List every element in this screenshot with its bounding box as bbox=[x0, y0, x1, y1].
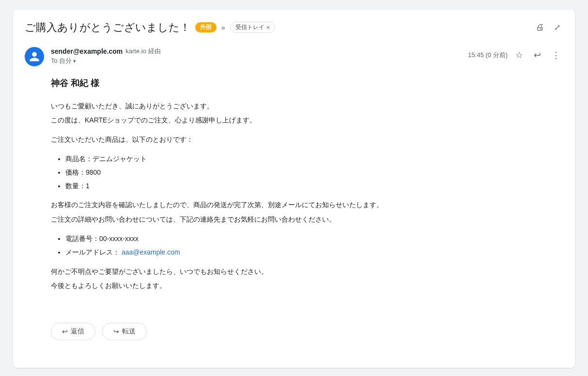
body-line2: この度は、KARTEショップでのご注文、心より感謝申し上げます。 bbox=[51, 115, 563, 126]
star-icon: ☆ bbox=[515, 50, 523, 60]
order-intro: ご注文いただいた商品は、以下のとおりです： bbox=[51, 134, 563, 146]
intro-section: いつもご愛顧いただき、誠にありがとうございます。 この度は、KARTEショップで… bbox=[51, 101, 563, 127]
chevron-right-icon: » bbox=[221, 24, 225, 31]
item-quantity: 数量：1 bbox=[65, 180, 563, 192]
reply-button[interactable]: ↩ 返信 bbox=[51, 323, 95, 340]
body-line6: 何かご不明点やご要望がございましたら、いつでもお知らせください。 bbox=[51, 266, 563, 278]
external-link-button[interactable]: ⤢ bbox=[551, 20, 563, 35]
body-line1: いつもご愛顧いただき、誠にありがとうございます。 bbox=[51, 101, 563, 112]
more-icon: ⋮ bbox=[552, 50, 560, 60]
body-line4: お客様のご注文内容を確認いたしましたので、商品の発送が完了次第、別途メールにてお… bbox=[51, 199, 563, 211]
body-line3: ご注文いただいた商品は、以下のとおりです： bbox=[51, 134, 563, 146]
contact-email-link[interactable]: aaa@example.com bbox=[122, 248, 180, 256]
body-line7: 今後ともよろしくお願いいたします。 bbox=[51, 280, 563, 292]
sender-row: sender@example.com karte.io 経由 To 自分 ▾ 1… bbox=[13, 41, 575, 72]
reply-icon-header: ↩ bbox=[534, 50, 541, 60]
email-body: 神谷 和紀 様 いつもご愛顧いただき、誠にありがとうございます。 この度は、KA… bbox=[13, 72, 575, 303]
forward-button[interactable]: ↪ 転送 bbox=[102, 323, 147, 340]
badge-external: 外部 bbox=[195, 22, 217, 32]
avatar bbox=[25, 47, 44, 66]
closing-section: 何かご不明点やご要望がございましたら、いつでもお知らせください。 今後ともよろし… bbox=[51, 266, 563, 292]
sender-to[interactable]: To 自分 ▾ bbox=[51, 57, 461, 65]
subject-row: ご購入ありがとうございました！ 外部 » 受信トレイ × bbox=[25, 20, 275, 35]
header-actions: 🖨 ⤢ bbox=[533, 19, 563, 35]
email-footer: ↩ 返信 ↪ 転送 bbox=[13, 303, 575, 355]
print-button[interactable]: 🖨 bbox=[533, 19, 547, 35]
contact-email-label: メールアドレス： bbox=[65, 248, 120, 256]
external-link-icon: ⤢ bbox=[554, 23, 560, 32]
sender-info: sender@example.com karte.io 経由 To 自分 ▾ bbox=[51, 47, 461, 65]
item-price: 価格：9800 bbox=[65, 167, 563, 179]
contact-email-item: メールアドレス： aaa@example.com bbox=[65, 247, 563, 258]
star-button[interactable]: ☆ bbox=[512, 47, 526, 63]
email-subject: ご購入ありがとうございました！ bbox=[25, 20, 190, 35]
contact-phone: 電話番号：00-xxxx-xxxx bbox=[65, 233, 563, 245]
timestamp: 15:45 (0 分前) bbox=[468, 51, 508, 60]
greeting: 神谷 和紀 様 bbox=[51, 76, 563, 91]
badge-inbox-close[interactable]: × bbox=[266, 24, 270, 31]
forward-btn-label: 転送 bbox=[122, 327, 136, 336]
order-items: 商品名：デニムジャケット 価格：9800 数量：1 bbox=[65, 153, 563, 192]
sender-meta: 15:45 (0 分前) ☆ ↩ ⋮ bbox=[468, 47, 563, 63]
dropdown-arrow-icon: ▾ bbox=[73, 58, 76, 64]
email-header: ご購入ありがとうございました！ 外部 » 受信トレイ × 🖨 ⤢ bbox=[13, 10, 575, 41]
badge-inbox: 受信トレイ × bbox=[230, 22, 276, 33]
forward-btn-icon: ↪ bbox=[113, 328, 119, 335]
print-icon: 🖨 bbox=[536, 22, 544, 32]
reply-btn-label: 返信 bbox=[71, 327, 84, 336]
reply-button-header[interactable]: ↩ bbox=[531, 47, 544, 63]
item-product: 商品名：デニムジャケット bbox=[65, 153, 563, 165]
body-line5: ご注文の詳細やお問い合わせについては、下記の連絡先までお気軽にお問い合わせくださ… bbox=[51, 214, 563, 226]
sender-via: karte.io 経由 bbox=[125, 47, 160, 56]
shipping-notice: お客様のご注文内容を確認いたしましたので、商品の発送が完了次第、別途メールにてお… bbox=[51, 199, 563, 226]
email-container: ご購入ありがとうございました！ 外部 » 受信トレイ × 🖨 ⤢ se bbox=[13, 10, 575, 368]
sender-name-row: sender@example.com karte.io 経由 bbox=[51, 47, 461, 56]
reply-btn-icon: ↩ bbox=[62, 328, 68, 335]
contact-list: 電話番号：00-xxxx-xxxx メールアドレス： aaa@example.c… bbox=[65, 233, 563, 258]
sender-email: sender@example.com bbox=[51, 47, 123, 55]
more-button[interactable]: ⋮ bbox=[549, 47, 563, 63]
